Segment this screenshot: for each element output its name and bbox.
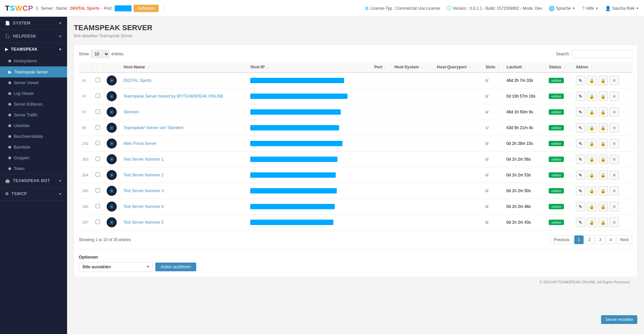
- edit-button[interactable]: ✎: [576, 92, 585, 101]
- cell-check[interactable]: [92, 89, 103, 104]
- page-2-button[interactable]: 2: [585, 235, 594, 244]
- delete-button[interactable]: ✕: [609, 170, 619, 180]
- delete-button[interactable]: ✕: [609, 186, 619, 196]
- stop-button[interactable]: 🔒: [598, 139, 608, 148]
- server-link[interactable]: Test Server Nummer 4: [123, 204, 164, 209]
- action-button[interactable]: Action ausführen: [155, 263, 196, 271]
- sidebar-header-system[interactable]: 📄 SYSTEM ▼: [0, 17, 67, 30]
- sidebar-item-beschwerdeliste[interactable]: Beschwerdeliste: [0, 131, 67, 142]
- sidebar-item-token[interactable]: Token: [0, 163, 67, 174]
- delete-button[interactable]: ✕: [609, 107, 619, 117]
- stop-button[interactable]: 🔒: [598, 92, 608, 101]
- sidebar-header-helpdesk[interactable]: 🎧 HELPDESK ▼: [0, 30, 67, 43]
- row-checkbox[interactable]: [96, 109, 100, 114]
- row-checkbox[interactable]: [96, 78, 100, 82]
- server-erstellen-button[interactable]: Server erstellen: [601, 315, 637, 324]
- server-link[interactable]: Test Server Nummer 3: [123, 188, 164, 193]
- row-checkbox[interactable]: [96, 172, 100, 177]
- server-link[interactable]: Mein Privat Server: [123, 141, 157, 146]
- view-button[interactable]: 🔒: [587, 76, 596, 85]
- edit-button[interactable]: ✎: [576, 155, 585, 164]
- view-button[interactable]: 🔒: [587, 202, 596, 211]
- view-button[interactable]: 🔒: [587, 123, 596, 132]
- cell-check[interactable]: [92, 152, 103, 167]
- sprache-menu[interactable]: 🌐 Sprache ▼: [549, 6, 575, 11]
- sidebar-item-server-viewer[interactable]: Server Viewer: [0, 77, 67, 88]
- stop-button[interactable]: 🔒: [598, 170, 608, 180]
- server-link[interactable]: Teamspeak Server hosted by MYTEAMSPEAK.O…: [123, 94, 223, 99]
- stop-button[interactable]: 🔒: [598, 202, 608, 211]
- search-input[interactable]: [572, 50, 632, 58]
- next-button[interactable]: Next: [616, 235, 632, 244]
- server-link[interactable]: Teamspeak³ Server von Talentiert: [123, 125, 183, 130]
- server-link[interactable]: DIGITAL Sports: [123, 78, 151, 83]
- row-checkbox[interactable]: [96, 94, 100, 98]
- delete-button[interactable]: ✕: [609, 139, 619, 148]
- delete-button[interactable]: ✕: [609, 155, 619, 164]
- stop-button[interactable]: 🔒: [598, 107, 608, 117]
- hilfe-menu[interactable]: ? Hilfe ▼: [582, 6, 598, 11]
- row-checkbox[interactable]: [96, 141, 100, 145]
- view-button[interactable]: 🔒: [587, 186, 596, 196]
- cell-check[interactable]: [92, 120, 103, 136]
- edit-button[interactable]: ✎: [576, 202, 585, 211]
- row-checkbox[interactable]: [96, 188, 100, 192]
- row-checkbox[interactable]: [96, 204, 100, 208]
- sidebar-item-hostsysteme[interactable]: Hostsysteme: [0, 56, 67, 66]
- server-link[interactable]: Test Server Nummer 1: [123, 157, 164, 162]
- server-link[interactable]: Stimmen: [123, 110, 139, 114]
- user-menu[interactable]: 👤 Sascha Riek ▼: [605, 6, 639, 11]
- cell-check[interactable]: [92, 199, 103, 215]
- sidebar-item-log-viewer[interactable]: Log Viewer: [0, 88, 67, 99]
- page-4-button[interactable]: 4: [606, 235, 616, 244]
- stop-button[interactable]: 🔒: [598, 155, 608, 164]
- server-link[interactable]: Test Server Nummer 5: [123, 220, 164, 225]
- stop-button[interactable]: 🔒: [598, 76, 608, 85]
- edit-button[interactable]: ✎: [576, 218, 585, 227]
- prev-button[interactable]: Previous: [550, 235, 573, 244]
- sidebar-header-tswcp[interactable]: ⚙ TSWCP ▼: [0, 187, 67, 200]
- server-link[interactable]: Test Server Nummer 2: [123, 173, 164, 177]
- page-3-button[interactable]: 3: [595, 235, 605, 244]
- edit-button[interactable]: ✎: [576, 139, 585, 148]
- cell-check[interactable]: [92, 183, 103, 199]
- options-select[interactable]: Bitte auswählen: [79, 262, 153, 272]
- delete-button[interactable]: ✕: [609, 92, 619, 101]
- row-checkbox[interactable]: [96, 125, 100, 129]
- view-button[interactable]: 🔒: [587, 139, 596, 148]
- entries-select[interactable]: 10 25 50 100: [91, 50, 109, 58]
- view-button[interactable]: 🔒: [587, 92, 596, 101]
- edit-button[interactable]: ✎: [576, 123, 585, 132]
- delete-button[interactable]: ✕: [609, 76, 619, 85]
- view-button[interactable]: 🔒: [587, 218, 596, 227]
- stop-button[interactable]: 🔒: [598, 123, 608, 132]
- delete-button[interactable]: ✕: [609, 202, 619, 211]
- cell-check[interactable]: [92, 215, 103, 230]
- view-button[interactable]: 🔒: [587, 107, 596, 117]
- edit-button[interactable]: ✎: [576, 107, 585, 117]
- sidebar-header-teamspeak[interactable]: ▶ TEAMSPEAK ▼: [0, 43, 67, 56]
- edit-button[interactable]: ✎: [576, 170, 585, 180]
- edit-button[interactable]: ✎: [576, 186, 585, 196]
- delete-button[interactable]: ✕: [609, 123, 619, 132]
- sidebar-item-server-editieren[interactable]: Server Editieren: [0, 99, 67, 110]
- edit-button[interactable]: ✎: [576, 76, 585, 85]
- stop-button[interactable]: 🔒: [598, 218, 608, 227]
- aufheben-button[interactable]: Aufheben: [133, 5, 159, 12]
- page-1-button[interactable]: 1: [574, 235, 584, 244]
- sidebar-item-bannliste[interactable]: Bannliste: [0, 142, 67, 153]
- row-checkbox[interactable]: [96, 220, 100, 224]
- sidebar-item-userliste[interactable]: Userliste: [0, 120, 67, 131]
- row-checkbox[interactable]: [96, 157, 100, 161]
- view-button[interactable]: 🔒: [587, 155, 596, 164]
- sidebar-header-tsbot[interactable]: 🤖 TEAMSPEAK BOT ▼: [0, 174, 67, 187]
- sidebar-item-teamspeak-server[interactable]: ▶ Teamspeak Server: [0, 66, 67, 77]
- sidebar-item-gruppen[interactable]: Gruppen: [0, 153, 67, 163]
- view-button[interactable]: 🔒: [587, 170, 596, 180]
- stop-button[interactable]: 🔒: [598, 186, 608, 196]
- delete-button[interactable]: ✕: [609, 218, 619, 227]
- cell-check[interactable]: [92, 167, 103, 183]
- cell-check[interactable]: [92, 104, 103, 120]
- cell-check[interactable]: [92, 72, 103, 89]
- cell-check[interactable]: [92, 136, 103, 152]
